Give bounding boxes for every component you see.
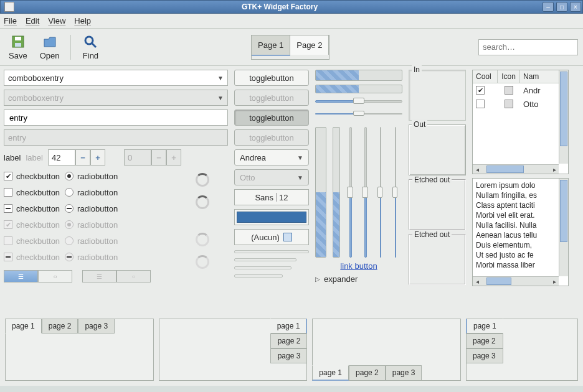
spin-minus-button[interactable]: − [75, 149, 90, 166]
label-disabled: label [26, 153, 42, 162]
file-button[interactable]: (Aucun) [234, 229, 309, 245]
checkbutton-indet-disabled: checkbutton [4, 250, 60, 264]
nb1-tab-3[interactable]: page 3 [78, 319, 115, 334]
textview-hscroll[interactable]: ◂ ▸ [473, 276, 559, 286]
scroll-right-icon[interactable]: ▸ [550, 278, 559, 285]
textview-content[interactable]: Lorem ipsum dolo Nullam fringilla, es Cl… [473, 179, 559, 276]
toggle-off[interactable]: ○ [38, 270, 72, 282]
open-button[interactable]: Open [36, 32, 64, 62]
radiobutton-unselected[interactable]: radiobutton [65, 185, 118, 199]
checkbutton-checked[interactable]: ✔checkbutton [4, 169, 60, 183]
checkbox-icon[interactable]: ✔ [476, 86, 485, 95]
toggle-on[interactable]: ☰ [4, 270, 38, 282]
main-area: comboboxentry ▼ comboboxentry ▼ entry la… [0, 66, 583, 316]
find-icon [82, 34, 98, 50]
label-normal: label [4, 153, 21, 162]
comboboxentry-1[interactable]: comboboxentry ▼ [4, 70, 228, 86]
font-button[interactable]: Sans 12 [234, 189, 309, 205]
scale-h2[interactable] [315, 110, 402, 118]
radiobutton-indeterminate[interactable]: radiobutton [65, 202, 118, 215]
textview-vscroll[interactable] [559, 179, 568, 276]
togglebutton-1[interactable]: togglebutton [234, 70, 309, 86]
spinbutton[interactable]: 42 − + [48, 149, 105, 166]
scroll-right-icon[interactable]: ▸ [550, 166, 559, 173]
dropdown-icon: ▼ [217, 75, 224, 82]
checkbutton-checked-disabled: ✔checkbutton [4, 218, 60, 231]
scale-v3[interactable] [376, 127, 385, 258]
checkbutton-label: checkbutton [16, 204, 60, 213]
minimize-icon[interactable]: – [543, 2, 554, 12]
window-title: GTK+ Widget Factory [242, 2, 318, 11]
separator-bar [234, 250, 309, 253]
checkbutton-label: checkbutton [16, 253, 60, 262]
togglebutton-3-pressed[interactable]: togglebutton [234, 110, 309, 126]
color-button[interactable] [234, 209, 309, 225]
scale-h1[interactable] [315, 97, 402, 106]
find-button[interactable]: Find [78, 32, 102, 62]
treeview-vscroll[interactable] [559, 70, 568, 164]
menu-view[interactable]: View [48, 16, 65, 26]
radiobutton-selected[interactable]: radiobutton [65, 169, 118, 183]
row-icon [505, 100, 513, 108]
find-label: Find [83, 51, 98, 60]
nb1-tab-2[interactable]: page 2 [42, 319, 78, 334]
treeview-hscroll[interactable]: ◂ ▸ [473, 164, 559, 174]
treeview-header: Cool Icon Nam [473, 70, 568, 83]
togglebutton-2-disabled: togglebutton [234, 90, 309, 106]
menu-help[interactable]: Help [74, 16, 91, 26]
tab-page2[interactable]: Page 2 [290, 35, 329, 55]
spinbutton-value[interactable]: 42 [48, 149, 75, 166]
toggle-pair-enabled[interactable]: ☰ ○ [4, 270, 72, 282]
row-icon [505, 86, 513, 95]
nb2-tab-2[interactable]: page 2 [270, 334, 308, 348]
notebook-tabs-bottom: page 1 page 2 page 3 [312, 319, 461, 381]
nb1-tab-1[interactable]: page 1 [5, 319, 42, 334]
app-icon [4, 2, 14, 12]
scale-v2[interactable] [361, 127, 370, 258]
checkbutton-unchecked[interactable]: checkbutton [4, 185, 60, 199]
scale-v4[interactable] [391, 127, 400, 258]
dropdown-value: Andrea [240, 153, 266, 162]
col-cool[interactable]: Cool [473, 70, 498, 83]
tab-page1[interactable]: Page 1 [252, 35, 290, 56]
save-button[interactable]: Save [5, 32, 31, 62]
nb4-tab-1[interactable]: page 1 [466, 319, 503, 334]
maximize-icon[interactable]: □ [556, 2, 567, 12]
nb3-tab-1[interactable]: page 1 [312, 365, 349, 381]
col-icon[interactable]: Icon [498, 70, 520, 83]
checkbox-icon [4, 188, 12, 197]
search-input[interactable] [481, 42, 583, 52]
spinner-2 [196, 195, 209, 209]
comboboxentry-2-placeholder: comboboxentry [8, 93, 64, 103]
spin-plus-disabled: + [166, 149, 181, 166]
notebook-tabs-right: page 1 page 2 page 3 [159, 319, 308, 381]
scale-v1[interactable] [346, 127, 355, 258]
entry-1[interactable] [4, 110, 228, 126]
scroll-left-icon[interactable]: ◂ [473, 278, 481, 285]
comboboxentry-2-disabled: comboboxentry ▼ [4, 90, 228, 106]
checkbox-icon[interactable] [476, 100, 485, 108]
table-row[interactable]: ✔ Andr [473, 83, 568, 97]
table-row[interactable]: Otto [473, 97, 568, 111]
expander[interactable]: ▷ expander [315, 274, 402, 284]
scroll-left-icon[interactable]: ◂ [473, 166, 481, 173]
nb3-tab-3[interactable]: page 3 [386, 365, 422, 381]
nb2-tab-1[interactable]: page 1 [270, 319, 308, 334]
textview[interactable]: Lorem ipsum dolo Nullam fringilla, es Cl… [472, 178, 569, 286]
nb2-tab-3[interactable]: page 3 [270, 348, 308, 363]
nb3-tab-2[interactable]: page 2 [349, 365, 386, 381]
progress-bar-v1 [315, 127, 326, 258]
notebook-tabs-top: page 1 page 2 page 3 [5, 319, 154, 381]
menu-edit[interactable]: Edit [26, 16, 39, 26]
nb4-tab-2[interactable]: page 2 [466, 334, 503, 348]
entry-1-input[interactable] [8, 113, 224, 123]
close-icon[interactable]: × [570, 2, 581, 12]
treeview[interactable]: Cool Icon Nam ✔ Andr Otto ◂ [472, 70, 569, 174]
dropdown-andrea[interactable]: Andrea▼ [234, 149, 309, 166]
nb4-tab-3[interactable]: page 3 [466, 348, 503, 363]
spin-plus-button[interactable]: + [90, 149, 105, 166]
checkbutton-indeterminate[interactable]: checkbutton [4, 202, 60, 215]
menu-file[interactable]: File [4, 16, 17, 26]
search-entry[interactable] [478, 39, 578, 55]
link-button[interactable]: link button [315, 261, 402, 271]
